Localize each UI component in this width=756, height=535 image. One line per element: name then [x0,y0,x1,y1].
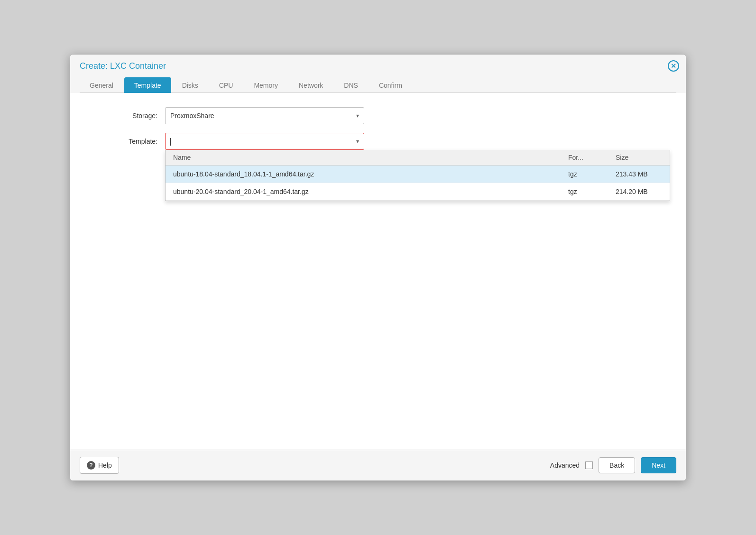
dialog-body: Storage: ProxmoxShare ▾ Template: ▾ Name… [70,93,686,450]
tab-general[interactable]: General [80,77,123,93]
col-name-header: Name [166,154,561,161]
template-option-1-name: ubuntu-20.04-standard_20.04-1_amd64.tar.… [166,188,561,195]
close-button[interactable]: ✕ [668,60,679,72]
tab-memory[interactable]: Memory [244,77,288,93]
footer-left: ? Help [80,457,119,474]
template-option-1-size: 214.20 MB [608,188,670,195]
next-button[interactable]: Next [641,457,676,473]
tab-disks[interactable]: Disks [172,77,208,93]
tab-cpu[interactable]: CPU [209,77,243,93]
dialog-footer: ? Help Advanced Back Next [70,450,686,480]
dialog-title: Create: LXC Container [80,61,676,71]
tab-confirm[interactable]: Confirm [369,77,412,93]
tabs-bar: General Template Disks CPU Memory Networ… [80,77,676,93]
template-option-0[interactable]: ubuntu-18.04-standard_18.04.1-1_amd64.ta… [166,166,670,183]
template-option-0-size: 213.43 MB [608,170,670,178]
create-lxc-dialog: Create: LXC Container ✕ General Template… [70,54,686,481]
col-format-header: For... [561,154,608,161]
col-size-header: Size [608,154,670,161]
template-dropdown: Name For... Size ubuntu-18.04-standard_1… [165,150,670,201]
template-caret-icon: ▾ [356,138,359,145]
advanced-checkbox[interactable] [585,461,593,469]
template-option-1[interactable]: ubuntu-20.04-standard_20.04-1_amd64.tar.… [166,183,670,201]
template-label: Template: [89,138,165,145]
template-option-0-format: tgz [561,170,608,178]
template-option-1-format: tgz [561,188,608,195]
footer-right: Advanced Back Next [550,457,676,473]
template-option-0-name: ubuntu-18.04-standard_18.04.1-1_amd64.ta… [166,170,561,178]
storage-value: ProxmoxShare [170,112,214,120]
storage-label: Storage: [89,112,165,120]
template-select[interactable]: ▾ [165,133,364,150]
tab-template[interactable]: Template [124,77,171,93]
tab-dns[interactable]: DNS [334,77,368,93]
storage-caret-icon: ▾ [356,112,359,119]
help-button[interactable]: ? Help [80,457,119,474]
dialog-header: Create: LXC Container ✕ General Template… [70,55,686,93]
back-button[interactable]: Back [599,457,635,473]
tab-network[interactable]: Network [289,77,333,93]
advanced-label: Advanced [550,461,580,469]
storage-select[interactable]: ProxmoxShare ▾ [165,107,364,124]
help-label: Help [98,461,112,469]
help-icon: ? [87,461,95,470]
template-row: Template: ▾ Name For... Size ubuntu-18.0… [89,133,667,150]
storage-row: Storage: ProxmoxShare ▾ [89,107,667,124]
template-value [170,137,171,145]
dropdown-header: Name For... Size [166,150,670,166]
close-icon: ✕ [671,62,676,70]
